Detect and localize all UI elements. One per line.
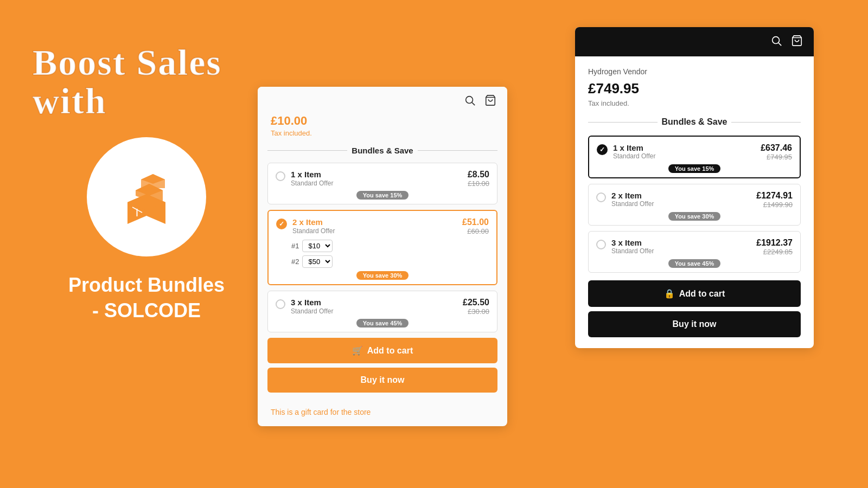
logo-circle xyxy=(87,137,206,256)
bundle-2x-original: £60.00 xyxy=(462,227,489,235)
bundle-1x-price-col: £8.50 £10.00 xyxy=(468,170,489,188)
right-tax: Tax included. xyxy=(588,99,801,107)
right-bundle-3x-original: £2249.85 xyxy=(756,248,793,256)
center-card-header xyxy=(258,87,507,114)
right-bundle-2x-name: 2 x Item xyxy=(611,191,654,200)
right-bundle-1x-original: £749.95 xyxy=(761,153,792,161)
center-add-to-cart-button[interactable]: 🛒 Add to cart xyxy=(267,338,497,363)
right-bundle-1x[interactable]: 1 x Item Standard Offer £637.46 £749.95 … xyxy=(588,136,801,178)
right-card-topbar xyxy=(575,27,814,56)
right-cart-icon[interactable] xyxy=(791,35,803,49)
right-bundle-1x-price: £637.46 xyxy=(761,143,792,153)
right-bundle-2x-original: £1499.90 xyxy=(756,201,793,209)
right-bundle-2x-subtitle: Standard Offer xyxy=(611,200,654,208)
center-tax: Tax included. xyxy=(271,129,494,137)
cart-icon[interactable] xyxy=(484,94,496,108)
right-bundle-2x[interactable]: 2 x Item Standard Offer £1274.91 £1499.9… xyxy=(588,184,801,226)
right-card-body: Hydrogen Vendor £749.95 Tax included. Bu… xyxy=(575,56,814,348)
right-bundles-title: Bundles & Save xyxy=(588,117,801,127)
right-bundle-2x-price: £1274.91 xyxy=(756,191,793,201)
bundle-1x-price: £8.50 xyxy=(468,170,489,179)
right-bundle-2x-price-col: £1274.91 £1499.90 xyxy=(756,191,793,209)
dropdown-1-select[interactable]: $10 xyxy=(302,240,333,252)
bundle-1x-subtitle: Standard Offer xyxy=(291,179,334,187)
right-bundle-1x-save: You save 15% xyxy=(668,164,721,173)
center-bundle-3x[interactable]: 3 x Item Standard Offer £25.50 £30.00 Yo… xyxy=(267,291,497,332)
svg-line-12 xyxy=(472,102,475,105)
right-add-to-cart-button[interactable]: 🔒 Add to cart xyxy=(588,280,801,307)
right-bundle-3x-price-col: £1912.37 £2249.85 xyxy=(756,238,793,256)
bundle-3x-price: £25.50 xyxy=(463,298,489,307)
left-section: Boost Sales with xyxy=(33,43,260,323)
right-bundle-1x-subtitle: Standard Offer xyxy=(613,152,656,160)
right-bundle-1x-info: 1 x Item Standard Offer xyxy=(613,143,656,160)
bundle-3x-save-badge: You save 45% xyxy=(356,319,409,328)
svg-point-14 xyxy=(773,37,780,44)
right-buy-now-button[interactable]: Buy it now xyxy=(588,311,801,337)
dropdown-1-label: #1 xyxy=(291,242,299,250)
right-bundle-3x-subtitle: Standard Offer xyxy=(611,247,654,255)
right-bundle-3x-radio[interactable] xyxy=(596,240,606,249)
bundle-3x-original: £30.00 xyxy=(463,307,489,316)
right-cart-btn-icon: 🔒 xyxy=(664,288,675,299)
bundle-2x-subtitle: Standard Offer xyxy=(292,227,335,235)
right-bundle-3x-name: 3 x Item xyxy=(611,238,654,247)
right-bundle-1x-check xyxy=(597,144,608,155)
bundle-2x-name: 2 x Item xyxy=(292,217,335,227)
right-bundle-3x-price: £1912.37 xyxy=(756,238,793,248)
right-bundle-3x[interactable]: 3 x Item Standard Offer £1912.37 £2249.8… xyxy=(588,231,801,273)
bundle-3x-subtitle: Standard Offer xyxy=(291,307,334,315)
bundle-2x-price: £51.00 xyxy=(462,217,489,227)
bundle-1x-original: £10.00 xyxy=(468,179,489,188)
right-vendor: Hydrogen Vendor xyxy=(588,67,801,76)
right-bundle-2x-save: You save 30% xyxy=(668,212,721,221)
right-search-icon[interactable] xyxy=(770,35,782,49)
boxes-icon xyxy=(108,159,184,235)
svg-line-15 xyxy=(778,43,781,46)
right-bundle-2x-radio[interactable] xyxy=(596,192,606,202)
bundle-3x-price-col: £25.50 £30.00 xyxy=(463,298,489,316)
bundle-1x-name: 1 x Item xyxy=(291,170,334,179)
center-price-section: £10.00 Tax included. xyxy=(258,114,507,146)
boost-title: Boost Sales with xyxy=(33,43,260,121)
right-bundle-3x-save: You save 45% xyxy=(668,259,721,268)
bundle-1x-radio[interactable] xyxy=(276,171,285,181)
bundle-2x-dropdown-2: #2 $50 xyxy=(291,255,489,268)
right-bundle-3x-info: 3 x Item Standard Offer xyxy=(611,238,654,255)
bundle-3x-name: 3 x Item xyxy=(291,298,334,307)
center-bundles-section: Bundles & Save 1 x Item Standard Offer £… xyxy=(258,146,507,401)
bundle-2x-dropdown-1: #1 $10 xyxy=(291,240,489,252)
right-card: Hydrogen Vendor £749.95 Tax included. Bu… xyxy=(575,27,814,348)
center-bundles-title: Bundles & Save xyxy=(267,146,497,155)
center-buy-now-button[interactable]: Buy it now xyxy=(267,368,497,393)
search-icon[interactable] xyxy=(464,94,476,108)
right-bundle-1x-price-col: £637.46 £749.95 xyxy=(761,143,792,161)
bundle-3x-radio[interactable] xyxy=(276,299,285,309)
center-price: £10.00 xyxy=(271,114,494,128)
dropdown-2-label: #2 xyxy=(291,258,299,266)
right-bundle-2x-info: 2 x Item Standard Offer xyxy=(611,191,654,208)
product-bundles-text: Product Bundles - SOLCODE xyxy=(33,273,260,324)
svg-point-11 xyxy=(466,97,473,104)
bundle-2x-dropdowns: #1 $10 #2 $50 xyxy=(291,240,489,268)
right-price: £749.95 xyxy=(588,80,801,97)
bundle-2x-save-badge: You save 30% xyxy=(356,271,409,280)
center-card: £10.00 Tax included. Bundles & Save 1 x … xyxy=(258,87,507,426)
gift-card-note: This is a gift card for the store xyxy=(258,401,507,426)
bundle-2x-check xyxy=(276,219,287,229)
dropdown-2-select[interactable]: $50 xyxy=(302,255,333,268)
bundle-2x-price-col: £51.00 £60.00 xyxy=(462,217,489,235)
right-bundle-1x-name: 1 x Item xyxy=(613,143,656,152)
center-bundle-1x[interactable]: 1 x Item Standard Offer £8.50 £10.00 You… xyxy=(267,163,497,204)
bundle-1x-save-badge: You save 15% xyxy=(356,191,409,200)
cart-btn-icon: 🛒 xyxy=(352,345,363,356)
center-bundle-2x[interactable]: 2 x Item Standard Offer £51.00 £60.00 #1… xyxy=(267,210,497,285)
